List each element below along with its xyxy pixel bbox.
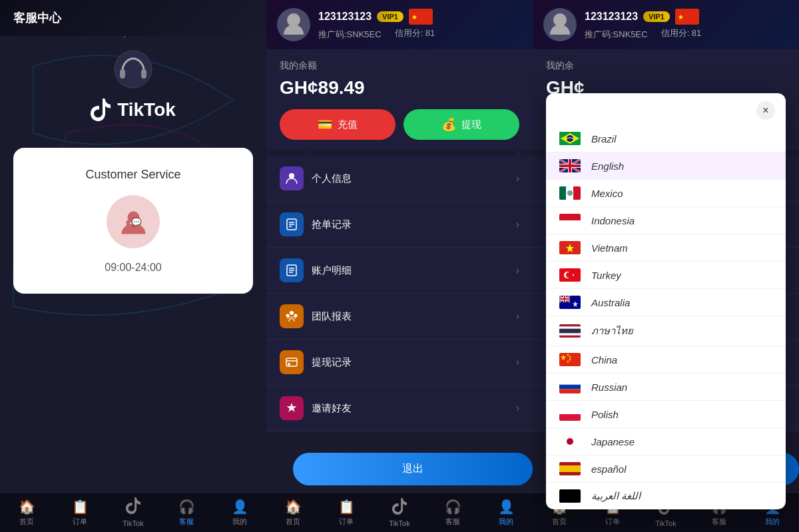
arrow-icon-3: › — [516, 264, 519, 276]
lang-brazil-label: Brazil — [591, 133, 617, 144]
lang-turkey[interactable]: Turkey — [546, 262, 786, 289]
cs-avatar: 💬 — [107, 195, 160, 248]
cs-nav-icon: 🎧 — [178, 499, 195, 515]
right-avatar — [543, 8, 577, 41]
svg-rect-88 — [559, 489, 581, 503]
arrow-icon-5: › — [516, 356, 519, 368]
svg-point-85 — [567, 438, 573, 445]
arrow-icon-1: › — [516, 172, 519, 184]
mid-nav-tiktok[interactable]: TikTok — [373, 498, 426, 527]
recharge-label: 充值 — [338, 119, 358, 131]
lang-indonesia[interactable]: Indonesia — [546, 207, 786, 234]
mid-profile-label: 我的 — [499, 517, 513, 527]
flag-turkey — [559, 268, 581, 282]
flag-china — [559, 353, 581, 366]
mid-profile-icon: 👤 — [498, 499, 515, 515]
withdraw-button[interactable]: 💰 提现 — [403, 109, 519, 140]
nav-profile-left[interactable]: 👤 我的 — [213, 499, 266, 527]
lang-brazil[interactable]: Brazil — [546, 125, 786, 152]
arrow-icon-6: › — [516, 402, 519, 414]
nav-home-label: 首页 — [19, 517, 34, 527]
nav-home-left[interactable]: 🏠 首页 — [0, 499, 53, 527]
nav-profile-label: 我的 — [232, 517, 247, 527]
lang-japanese[interactable]: Japanese — [546, 428, 786, 455]
menu-team-report[interactable]: 团队报表 › — [266, 294, 533, 340]
modal-close-button[interactable]: × — [756, 101, 775, 120]
nav-order-label: 订单 — [73, 517, 87, 527]
lang-australia[interactable]: Australia — [546, 289, 786, 316]
middle-content: 123123123 VIP1 ★ 推广码:SNK5EC 信用分: 81 我的余额… — [266, 0, 533, 492]
svg-text:💬: 💬 — [131, 217, 141, 228]
svg-rect-81 — [559, 389, 581, 394]
middle-profile-name: 123123123 — [318, 11, 372, 23]
nav-order-left[interactable]: 📋 订单 — [53, 499, 107, 527]
menu-account-detail[interactable]: 账户明细 › — [266, 248, 533, 294]
middle-logout-container: 退出 — [266, 431, 533, 492]
lang-china-label: China — [591, 354, 617, 366]
svg-rect-83 — [559, 414, 581, 421]
language-modal: × Brazil — [546, 93, 786, 509]
order-record-icon — [280, 212, 304, 236]
right-profile-name: 123123123 — [585, 11, 638, 23]
order-record-label: 抢单记录 — [312, 218, 516, 231]
svg-rect-87 — [559, 465, 581, 472]
menu-order-record[interactable]: 抢单记录 › — [266, 202, 533, 248]
cs-title: Customer Service — [85, 168, 180, 182]
lang-spanish[interactable]: español — [546, 455, 786, 483]
middle-balance-amount: GH¢89.49 — [280, 77, 519, 99]
recharge-button[interactable]: 💳 充值 — [280, 109, 396, 140]
customer-service-card: Customer Service 💬 09:00-24:00 — [13, 148, 253, 294]
lang-thai[interactable]: ภาษาไทย — [546, 316, 786, 346]
flag-russian — [559, 380, 581, 394]
flag-thai — [559, 324, 581, 338]
home-icon: 🏠 — [19, 499, 35, 515]
right-home-label: 首页 — [552, 517, 567, 527]
mid-order-icon: 📋 — [338, 499, 355, 515]
menu-withdraw-record[interactable]: 提现记录 › — [266, 340, 533, 386]
mid-nav-order[interactable]: 📋 订单 — [320, 499, 373, 527]
flag-vietnam — [559, 241, 581, 254]
middle-logout-button[interactable]: 退出 — [293, 453, 533, 485]
lang-arabic[interactable]: اللغة العربية — [546, 483, 786, 509]
flag-brazil — [559, 132, 581, 145]
lang-english[interactable]: English — [546, 152, 786, 180]
svg-point-8 — [289, 173, 294, 178]
flag-arabic — [559, 489, 581, 503]
mid-nav-home[interactable]: 🏠 首页 — [266, 499, 320, 527]
nav-cs-left[interactable]: 🎧 客服 — [160, 499, 213, 527]
lang-vietnam[interactable]: Vietnam — [546, 234, 786, 262]
left-panel: 客服中心 k1源码 k1ym.com TikTok Customer Servi… — [0, 0, 266, 532]
arrow-icon-4: › — [516, 310, 519, 322]
mid-nav-profile[interactable]: 👤 我的 — [479, 499, 533, 527]
menu-personal-info[interactable]: 个人信息 › — [266, 156, 533, 202]
left-bottom-nav: 🏠 首页 📋 订单 TikTok 🎧 客服 👤 我的 — [0, 492, 266, 532]
nav-tiktok-left[interactable]: TikTok — [107, 497, 160, 527]
svg-rect-82 — [559, 407, 581, 414]
lang-australia-label: Australia — [591, 297, 630, 308]
team-report-icon — [280, 304, 304, 328]
right-promo-code: 推广码:SNK5EC — [585, 29, 648, 41]
mid-tiktok-label: TikTok — [389, 519, 409, 527]
header-title: 客服中心 — [13, 10, 61, 26]
withdraw-icon: 💰 — [441, 117, 456, 132]
language-list: Brazil Englis — [546, 125, 786, 509]
right-profile-info: 123123123 VIP1 ★ 推广码:SNK5EC 信用分: 81 — [585, 9, 788, 41]
mid-home-icon: 🏠 — [285, 499, 302, 515]
mid-cs-icon: 🎧 — [445, 499, 461, 515]
lang-mexico[interactable]: Mexico — [546, 180, 786, 207]
svg-rect-48 — [559, 186, 566, 200]
profile-nav-icon: 👤 — [232, 499, 248, 515]
close-icon: × — [762, 105, 768, 117]
menu-invite-friends[interactable]: 邀请好友 › — [266, 386, 533, 431]
right-credit: 信用分: 81 — [661, 27, 702, 41]
svg-rect-72 — [559, 329, 581, 334]
svg-point-19 — [294, 314, 298, 318]
middle-panel: 123123123 VIP1 ★ 推广码:SNK5EC 信用分: 81 我的余额… — [266, 0, 533, 532]
lang-polish[interactable]: Polish — [546, 401, 786, 428]
lang-china[interactable]: China — [546, 346, 786, 374]
mid-nav-cs[interactable]: 🎧 客服 — [426, 499, 479, 527]
withdraw-record-icon — [280, 350, 304, 374]
right-balance-label: 我的余 — [546, 60, 786, 72]
svg-point-22 — [288, 363, 290, 366]
lang-russian[interactable]: Russian — [546, 374, 786, 401]
